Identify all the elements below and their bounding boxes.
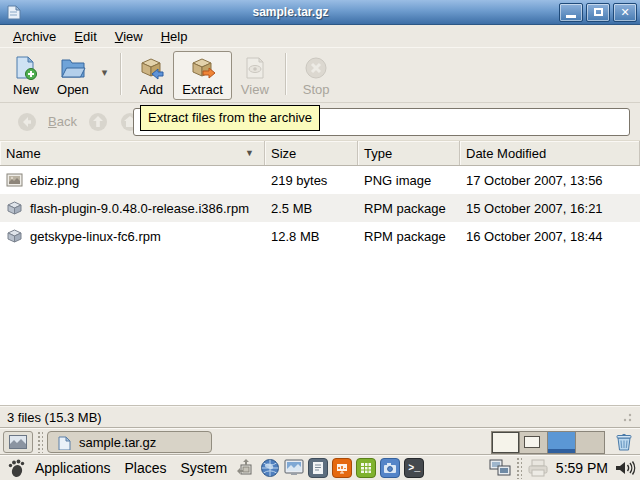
column-header-date[interactable]: Date Modified	[460, 141, 640, 165]
panel-drag-handle[interactable]	[516, 457, 522, 479]
impress-launcher[interactable]	[331, 457, 353, 479]
back-label: Back	[48, 114, 77, 129]
view-label: View	[241, 82, 269, 97]
show-desktop-icon	[9, 435, 27, 449]
desktop-screen: sample.tar.gz ✕ Archive Edit View Help N…	[0, 0, 640, 480]
show-desktop-button[interactable]	[3, 431, 33, 453]
maximize-button[interactable]	[586, 3, 610, 22]
maximize-icon	[594, 8, 603, 16]
back-icon	[17, 112, 37, 132]
panel-right-area: 5:59 PM	[488, 457, 636, 479]
package-file-icon	[6, 228, 23, 244]
workspace-3-active[interactable]	[548, 432, 576, 453]
menu-applications[interactable]: Applications	[28, 457, 118, 479]
workspace-window-outline	[524, 436, 540, 448]
add-to-archive-icon	[138, 55, 164, 81]
archive-manager-window: sample.tar.gz ✕ Archive Edit View Help N…	[0, 0, 640, 428]
panel-drag-handle[interactable]	[37, 431, 43, 453]
resize-grip[interactable]	[620, 411, 633, 424]
minimize-button[interactable]	[559, 3, 583, 22]
gnome-foot-icon	[6, 458, 26, 478]
writer-launcher[interactable]	[307, 457, 329, 479]
table-row[interactable]: flash-plugin-9.0.48.0-release.i386.rpm 2…	[0, 194, 640, 222]
archive-window-icon	[5, 3, 23, 21]
table-row[interactable]: getskype-linux-fc6.rpm 12.8 MB RPM packa…	[0, 222, 640, 250]
open-button[interactable]: Open	[48, 51, 98, 100]
menu-places[interactable]: Places	[118, 457, 174, 479]
column-header-name[interactable]: Name ▼	[0, 141, 265, 165]
workspace-2[interactable]	[520, 432, 548, 453]
new-archive-icon	[13, 55, 39, 81]
stop-button: Stop	[294, 51, 339, 100]
toolbar-separator	[285, 53, 287, 95]
menu-help[interactable]: Help	[152, 26, 197, 47]
task-button-label: sample.tar.gz	[79, 435, 156, 450]
open-dropdown-button[interactable]: ▾	[98, 58, 112, 85]
status-text: 3 files (15.3 MB)	[7, 410, 102, 425]
chevron-down-icon: ▾	[102, 66, 108, 78]
file-list: Name ▼ Size Type Date Modified ebiz.png	[0, 140, 640, 405]
writer-icon	[308, 458, 328, 478]
network-icon[interactable]	[488, 458, 512, 478]
task-archive-icon	[57, 435, 72, 450]
main-menu-button[interactable]	[5, 457, 27, 479]
menu-system[interactable]: System	[174, 457, 235, 479]
extract-from-archive-icon	[190, 55, 216, 81]
calc-icon	[356, 458, 376, 478]
menu-archive[interactable]: Archive	[4, 26, 65, 47]
screenshot-launcher[interactable]	[379, 457, 401, 479]
package-updater-icon	[236, 458, 256, 478]
file-type: RPM package	[358, 201, 460, 216]
extract-tooltip: Extract files from the archive	[140, 105, 320, 131]
column-header-size[interactable]: Size	[265, 141, 358, 165]
calc-launcher[interactable]	[355, 457, 377, 479]
workspace-1[interactable]	[492, 432, 520, 453]
package-file-icon	[6, 200, 23, 216]
file-date: 17 October 2007, 13:56	[460, 173, 640, 188]
file-size: 2.5 MB	[265, 201, 358, 216]
menu-view[interactable]: View	[106, 26, 152, 47]
window-title: sample.tar.gz	[25, 5, 556, 19]
file-type: RPM package	[358, 229, 460, 244]
menu-edit[interactable]: Edit	[65, 26, 105, 47]
minimize-icon	[566, 15, 576, 18]
name-header-label: Name	[6, 146, 41, 161]
file-date: 16 October 2007, 18:44	[460, 229, 640, 244]
titlebar[interactable]: sample.tar.gz ✕	[0, 0, 640, 25]
view-file-icon	[242, 55, 268, 81]
new-button[interactable]: New	[4, 51, 48, 100]
column-headers: Name ▼ Size Type Date Modified	[0, 141, 640, 166]
web-browser-launcher[interactable]	[259, 457, 281, 479]
open-label: Open	[57, 82, 89, 97]
gnome-panel: Applications Places System	[0, 455, 640, 480]
workspace-4[interactable]	[576, 432, 604, 453]
add-button[interactable]: Add	[129, 51, 173, 100]
screensaver-launcher[interactable]	[283, 457, 305, 479]
file-name: getskype-linux-fc6.rpm	[30, 229, 161, 244]
terminal-launcher[interactable]: >_	[403, 457, 425, 479]
close-button[interactable]: ✕	[613, 3, 637, 22]
file-date: 15 October 2007, 16:21	[460, 201, 640, 216]
back-button: Back	[6, 109, 82, 135]
clock[interactable]: 5:59 PM	[550, 460, 614, 476]
package-updater-launcher[interactable]	[235, 457, 257, 479]
toolbar: New Open ▾ Add	[0, 47, 640, 103]
printer-icon[interactable]	[526, 459, 550, 477]
workspace-switcher	[491, 431, 605, 454]
column-header-type[interactable]: Type	[358, 141, 460, 165]
stop-label: Stop	[303, 82, 330, 97]
volume-icon[interactable]	[614, 459, 636, 477]
stop-icon	[303, 55, 329, 81]
add-label: Add	[140, 82, 163, 97]
extract-label: Extract	[182, 82, 222, 97]
close-icon: ✕	[620, 6, 629, 19]
file-size: 219 bytes	[265, 173, 358, 188]
task-button-archive[interactable]: sample.tar.gz	[47, 431, 212, 453]
extract-button[interactable]: Extract	[173, 51, 231, 100]
table-row[interactable]: ebiz.png 219 bytes PNG image 17 October …	[0, 166, 640, 194]
open-folder-icon	[60, 55, 86, 81]
view-button: View	[232, 51, 278, 100]
display-icon	[284, 459, 304, 477]
image-file-icon	[6, 172, 23, 188]
trash-icon[interactable]	[613, 431, 635, 453]
